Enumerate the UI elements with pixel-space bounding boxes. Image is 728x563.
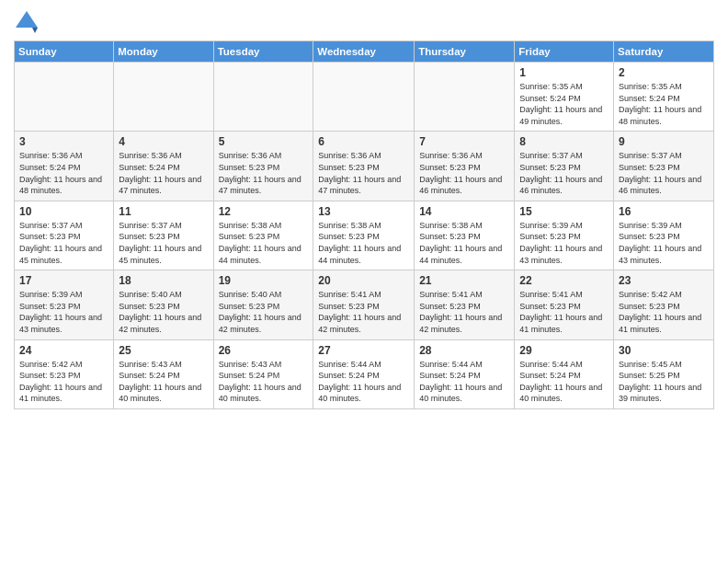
day-info: Sunrise: 5:44 AM Sunset: 5:24 PM Dayligh… [519,359,609,405]
day-number: 20 [318,274,409,287]
day-info: Sunrise: 5:44 AM Sunset: 5:24 PM Dayligh… [318,359,409,405]
calendar-cell: 4Sunrise: 5:36 AM Sunset: 5:24 PM Daylig… [114,132,213,201]
calendar-cell [213,63,313,132]
calendar-week-row: 1Sunrise: 5:35 AM Sunset: 5:24 PM Daylig… [15,63,714,132]
day-info: Sunrise: 5:40 AM Sunset: 5:23 PM Dayligh… [119,289,208,335]
calendar-cell: 9Sunrise: 5:37 AM Sunset: 5:23 PM Daylig… [614,132,714,201]
day-number: 12 [219,205,309,218]
day-number: 27 [318,344,409,357]
page: SundayMondayTuesdayWednesdayThursdayFrid… [0,0,728,563]
logo-icon [14,9,40,35]
day-info: Sunrise: 5:38 AM Sunset: 5:23 PM Dayligh… [318,220,409,266]
svg-marker-0 [16,11,38,28]
calendar-week-row: 10Sunrise: 5:37 AM Sunset: 5:23 PM Dayli… [15,201,714,270]
calendar-cell [15,63,114,132]
calendar-week-row: 17Sunrise: 5:39 AM Sunset: 5:23 PM Dayli… [15,270,714,339]
calendar-cell: 20Sunrise: 5:41 AM Sunset: 5:23 PM Dayli… [313,270,415,339]
day-info: Sunrise: 5:36 AM Sunset: 5:24 PM Dayligh… [19,150,108,196]
day-number: 21 [419,274,509,287]
calendar-cell: 23Sunrise: 5:42 AM Sunset: 5:23 PM Dayli… [614,270,714,339]
day-number: 9 [619,135,709,148]
day-number: 22 [519,274,609,287]
day-info: Sunrise: 5:35 AM Sunset: 5:24 PM Dayligh… [619,81,709,127]
calendar-cell: 26Sunrise: 5:43 AM Sunset: 5:24 PM Dayli… [213,339,313,408]
calendar-cell: 12Sunrise: 5:38 AM Sunset: 5:23 PM Dayli… [213,201,313,270]
calendar-cell: 16Sunrise: 5:39 AM Sunset: 5:23 PM Dayli… [614,201,714,270]
calendar-cell [114,63,213,132]
day-number: 24 [19,344,108,357]
day-number: 8 [519,135,609,148]
day-number: 6 [318,135,409,148]
calendar-cell: 17Sunrise: 5:39 AM Sunset: 5:23 PM Dayli… [15,270,114,339]
day-info: Sunrise: 5:40 AM Sunset: 5:23 PM Dayligh… [219,289,309,335]
day-number: 19 [219,274,309,287]
day-info: Sunrise: 5:41 AM Sunset: 5:23 PM Dayligh… [419,289,509,335]
day-info: Sunrise: 5:36 AM Sunset: 5:23 PM Dayligh… [419,150,509,196]
day-info: Sunrise: 5:42 AM Sunset: 5:23 PM Dayligh… [619,289,709,335]
calendar-header-tuesday: Tuesday [213,41,313,63]
calendar-cell: 3Sunrise: 5:36 AM Sunset: 5:24 PM Daylig… [15,132,114,201]
calendar-cell [415,63,515,132]
calendar-table: SundayMondayTuesdayWednesdayThursdayFrid… [14,40,714,409]
day-number: 18 [119,274,208,287]
calendar-cell: 13Sunrise: 5:38 AM Sunset: 5:23 PM Dayli… [313,201,415,270]
calendar-header-friday: Friday [515,41,614,63]
calendar-cell: 28Sunrise: 5:44 AM Sunset: 5:24 PM Dayli… [415,339,515,408]
day-info: Sunrise: 5:38 AM Sunset: 5:23 PM Dayligh… [219,220,309,266]
day-number: 13 [318,205,409,218]
logo [14,9,43,35]
day-number: 5 [219,135,309,148]
calendar-cell [313,63,415,132]
day-number: 15 [519,205,609,218]
day-info: Sunrise: 5:39 AM Sunset: 5:23 PM Dayligh… [519,220,609,266]
day-number: 25 [119,344,208,357]
day-info: Sunrise: 5:41 AM Sunset: 5:23 PM Dayligh… [519,289,609,335]
calendar-cell: 2Sunrise: 5:35 AM Sunset: 5:24 PM Daylig… [614,63,714,132]
calendar-header-monday: Monday [114,41,213,63]
day-number: 17 [19,274,108,287]
calendar-cell: 6Sunrise: 5:36 AM Sunset: 5:23 PM Daylig… [313,132,415,201]
calendar-header-wednesday: Wednesday [313,41,415,63]
calendar-week-row: 24Sunrise: 5:42 AM Sunset: 5:23 PM Dayli… [15,339,714,408]
day-number: 1 [519,66,609,79]
calendar-header-row: SundayMondayTuesdayWednesdayThursdayFrid… [15,41,714,63]
calendar-header-thursday: Thursday [415,41,515,63]
calendar-cell: 7Sunrise: 5:36 AM Sunset: 5:23 PM Daylig… [415,132,515,201]
calendar-cell: 10Sunrise: 5:37 AM Sunset: 5:23 PM Dayli… [15,201,114,270]
calendar-cell: 19Sunrise: 5:40 AM Sunset: 5:23 PM Dayli… [213,270,313,339]
calendar-cell: 29Sunrise: 5:44 AM Sunset: 5:24 PM Dayli… [515,339,614,408]
calendar-cell: 30Sunrise: 5:45 AM Sunset: 5:25 PM Dayli… [614,339,714,408]
day-number: 29 [519,344,609,357]
day-info: Sunrise: 5:41 AM Sunset: 5:23 PM Dayligh… [318,289,409,335]
day-info: Sunrise: 5:45 AM Sunset: 5:25 PM Dayligh… [619,359,709,405]
day-info: Sunrise: 5:35 AM Sunset: 5:24 PM Dayligh… [519,81,609,127]
day-number: 10 [19,205,108,218]
day-info: Sunrise: 5:37 AM Sunset: 5:23 PM Dayligh… [519,150,609,196]
day-info: Sunrise: 5:38 AM Sunset: 5:23 PM Dayligh… [419,220,509,266]
calendar-week-row: 3Sunrise: 5:36 AM Sunset: 5:24 PM Daylig… [15,132,714,201]
calendar-cell: 27Sunrise: 5:44 AM Sunset: 5:24 PM Dayli… [313,339,415,408]
day-number: 16 [619,205,709,218]
calendar-cell: 11Sunrise: 5:37 AM Sunset: 5:23 PM Dayli… [114,201,213,270]
calendar-cell: 8Sunrise: 5:37 AM Sunset: 5:23 PM Daylig… [515,132,614,201]
svg-marker-1 [32,28,38,33]
calendar-cell: 5Sunrise: 5:36 AM Sunset: 5:23 PM Daylig… [213,132,313,201]
calendar-cell: 15Sunrise: 5:39 AM Sunset: 5:23 PM Dayli… [515,201,614,270]
header [14,9,714,35]
day-number: 3 [19,135,108,148]
day-number: 26 [219,344,309,357]
calendar-header-sunday: Sunday [15,41,114,63]
day-number: 4 [119,135,208,148]
day-number: 11 [119,205,208,218]
day-number: 30 [619,344,709,357]
day-info: Sunrise: 5:36 AM Sunset: 5:23 PM Dayligh… [318,150,409,196]
calendar-header-saturday: Saturday [614,41,714,63]
day-info: Sunrise: 5:43 AM Sunset: 5:24 PM Dayligh… [219,359,309,405]
calendar-cell: 22Sunrise: 5:41 AM Sunset: 5:23 PM Dayli… [515,270,614,339]
day-info: Sunrise: 5:36 AM Sunset: 5:24 PM Dayligh… [119,150,208,196]
day-info: Sunrise: 5:37 AM Sunset: 5:23 PM Dayligh… [19,220,108,266]
day-info: Sunrise: 5:39 AM Sunset: 5:23 PM Dayligh… [619,220,709,266]
day-info: Sunrise: 5:44 AM Sunset: 5:24 PM Dayligh… [419,359,509,405]
calendar-cell: 21Sunrise: 5:41 AM Sunset: 5:23 PM Dayli… [415,270,515,339]
day-info: Sunrise: 5:43 AM Sunset: 5:24 PM Dayligh… [119,359,208,405]
